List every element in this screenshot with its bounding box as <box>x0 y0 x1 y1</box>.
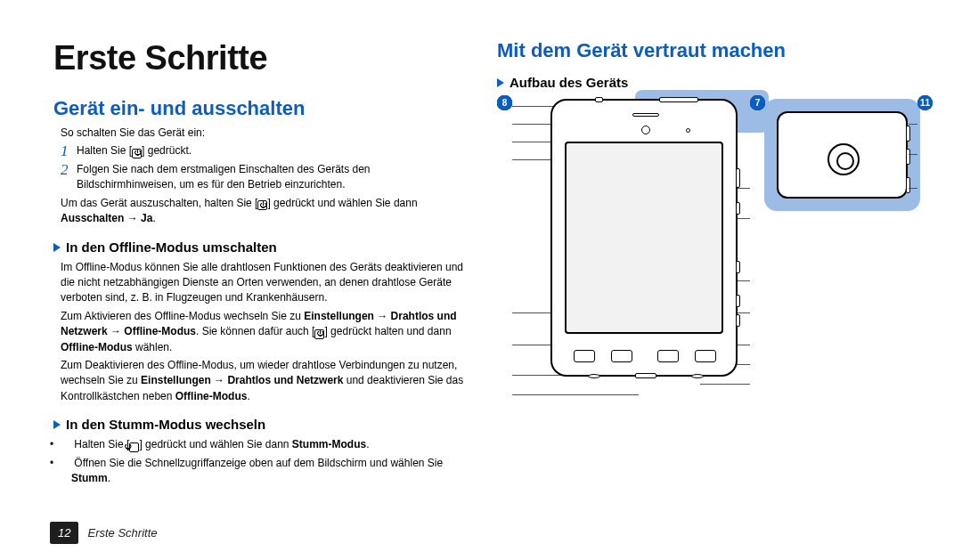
page-title: Erste Schritte <box>53 39 465 77</box>
touchkey-1 <box>574 350 595 362</box>
callout-7r: 7 <box>750 95 765 110</box>
callout-8: 8 <box>497 95 512 110</box>
zoom-side-button-2 <box>906 149 910 165</box>
headphone-jack <box>595 97 603 102</box>
heading-offline: In den Offline-Modus umschalten <box>53 239 465 255</box>
device-diagram: 1 2 3 4 5 6 7 8 12 13 14 15 16 17 7 <box>497 95 933 416</box>
offline-p2: Zum Aktivieren des Offline-Modus wechsel… <box>61 309 465 355</box>
zoom-side-button-3 <box>906 177 910 193</box>
heading-power: Gerät ein- und ausschalten <box>53 97 465 120</box>
device-screen <box>565 142 723 334</box>
side-btn-3 <box>736 261 740 273</box>
rear-camera-icon <box>827 143 860 175</box>
power-icon: ⏻ <box>129 442 139 452</box>
touchkey-4 <box>695 350 716 362</box>
sim-slot <box>659 97 698 102</box>
step-2: 2 Folgen Sie nach dem erstmaligen Einsch… <box>61 162 465 193</box>
offline-p1: Im Offline-Modus können Sie alle drahtlo… <box>61 260 465 306</box>
heading-device: Mit dem Gerät vertraut machen <box>497 39 909 62</box>
power-icon: ⏻ <box>257 200 267 210</box>
touchkey-2 <box>611 350 632 362</box>
side-btn-1 <box>736 168 740 188</box>
heading-mute: In den Stumm-Modus wechseln <box>53 417 465 432</box>
page-number: 12 <box>50 522 78 544</box>
offline-p3: Zum Deaktivieren des Offline-Modus, um w… <box>61 358 465 404</box>
sensor-dot <box>686 128 690 133</box>
power-intro: So schalten Sie das Gerät ein: <box>61 126 465 141</box>
mute-list: Halten Sie [⏻] gedrückt und wählen Sie d… <box>61 437 465 486</box>
device-front <box>550 99 738 377</box>
front-camera <box>641 126 650 134</box>
bottom-port <box>635 373 656 378</box>
step-1: 1 Halten Sie [⏻] gedrückt. <box>61 143 465 160</box>
side-btn-4 <box>736 295 740 307</box>
mute-bullet-1: Halten Sie [⏻] gedrückt und wählen Sie d… <box>61 437 465 452</box>
right-column: Mit dem Gerät vertraut machen Aufbau des… <box>497 39 909 489</box>
footer-section: Erste Schritte <box>87 526 157 540</box>
zoom-panel <box>764 99 920 211</box>
page-footer: 12 Erste Schritte <box>50 522 158 544</box>
touchkey-3 <box>657 350 679 362</box>
callout-11: 11 <box>917 95 933 110</box>
mute-bullet-2: Öffnen Sie die Schnellzugriffanzeige obe… <box>61 456 465 487</box>
poweroff-text: Um das Gerät auszuschalten, halten Sie [… <box>61 196 465 227</box>
heading-layout: Aufbau des Geräts <box>497 75 909 90</box>
zoom-side-button-1 <box>906 126 910 142</box>
bottom-speaker-right <box>691 374 704 378</box>
left-column: Erste Schritte Gerät ein- und ausschalte… <box>53 39 465 489</box>
bottom-speaker-left <box>588 374 600 378</box>
power-icon: ⏻ <box>314 329 324 339</box>
power-icon: ⏻ <box>132 149 142 158</box>
zoom-device-back <box>777 111 908 199</box>
earpiece <box>632 113 659 117</box>
side-btn-5 <box>736 314 740 327</box>
side-btn-2 <box>736 202 740 215</box>
